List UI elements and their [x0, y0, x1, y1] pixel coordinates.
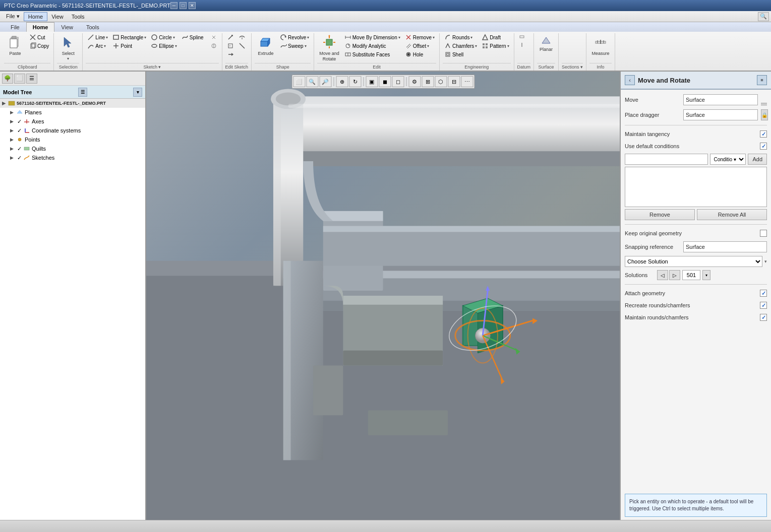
panel-settings-button[interactable]: ≡	[757, 75, 767, 85]
offset-button[interactable]: Offset ▾	[403, 42, 436, 50]
solutions-prev-btn[interactable]: ◁	[657, 270, 668, 280]
point-button[interactable]: Point	[111, 42, 148, 50]
perspective-btn[interactable]: ⬡	[435, 76, 447, 87]
solutions-dropdown-btn[interactable]: ▾	[702, 270, 710, 280]
chamfers-button[interactable]: Chamfers ▾	[443, 42, 479, 50]
solutions-next-btn[interactable]: ▷	[669, 270, 680, 280]
ribbon-tab-file[interactable]: File	[4, 22, 26, 32]
more-views-btn[interactable]: ⋯	[461, 76, 473, 87]
choose-solution-select[interactable]: Choose Solution	[625, 256, 762, 267]
close-button[interactable]: ✕	[189, 2, 196, 9]
pattern-button[interactable]: Pattern ▾	[480, 42, 510, 50]
snapping-ref-input[interactable]	[683, 241, 767, 252]
menu-home[interactable]: Home	[24, 12, 47, 21]
move-by-dim-button[interactable]: Move By Dimension ▾	[343, 33, 402, 41]
pan-btn[interactable]: ⊕	[336, 76, 348, 87]
condition-input[interactable]	[625, 154, 708, 165]
attach-geometry-checkbox[interactable]	[760, 290, 767, 297]
tree-item-axes[interactable]: ▶ ✓ Axes	[0, 117, 145, 126]
rotate-btn[interactable]: ↻	[349, 76, 361, 87]
tree-view-btn[interactable]: ☰	[26, 74, 37, 84]
condition-dropdown[interactable]: Conditio ▾	[710, 154, 746, 165]
substitute-faces-button[interactable]: Substitute Faces	[343, 50, 402, 58]
spline-button[interactable]: Spline	[180, 33, 205, 41]
lock-button[interactable]: 🔒	[761, 109, 768, 120]
hole-button[interactable]: Hole	[403, 50, 436, 58]
tree-item-root[interactable]: ▶ 5671162-SEITENTEIL-FESTL-_DEMO.PRT	[0, 99, 145, 108]
paste-button[interactable]: Paste	[4, 33, 26, 57]
ribbon-tab-home[interactable]: Home	[26, 22, 55, 32]
modify-analytic-button[interactable]: Modify Analytic	[343, 42, 402, 50]
ribbon-tab-view[interactable]: View	[54, 22, 80, 32]
maximize-button[interactable]: □	[180, 2, 187, 9]
edit-buttons: Move andRotate Move By Dimension ▾ Modif…	[317, 33, 436, 63]
tree-item-coord[interactable]: ▶ ✓ Coordinate systems	[0, 126, 145, 135]
tree-toggle-btn[interactable]: 🌳	[2, 74, 13, 84]
svg-rect-104	[288, 104, 620, 108]
remove-button[interactable]: Remove ▾	[403, 33, 436, 41]
select-button[interactable]: Select ▾	[57, 33, 79, 62]
datum-btn1[interactable]	[517, 33, 526, 40]
recreate-rounds-checkbox[interactable]	[760, 302, 767, 309]
edit-sketch-btn5[interactable]	[237, 42, 247, 50]
shaded-btn[interactable]: ◼	[379, 76, 391, 87]
search-button[interactable]: 🔍	[758, 12, 769, 21]
edit-sketch-btn3[interactable]	[225, 50, 235, 58]
menu-view[interactable]: View	[47, 13, 68, 21]
rectangle-button[interactable]: Rectangle ▾	[111, 33, 148, 41]
line-button[interactable]: Line ▾	[86, 33, 109, 41]
circle-button[interactable]: Circle ▾	[149, 33, 178, 41]
use-default-checkbox[interactable]	[760, 143, 767, 150]
ribbon-tab-tools[interactable]: Tools	[80, 22, 106, 32]
rounds-button[interactable]: Rounds ▾	[443, 33, 479, 41]
tree-item-quilts[interactable]: ▶ ✓ Quilts	[0, 144, 145, 153]
place-dragger-input[interactable]	[683, 109, 758, 120]
add-condition-button[interactable]: Add	[748, 154, 767, 165]
annotation-btn[interactable]: ⊞	[422, 76, 434, 87]
extrude-button[interactable]: Extrude	[255, 33, 277, 57]
menu-tools[interactable]: Tools	[68, 13, 89, 21]
tree-item-sketches[interactable]: ▶ ✓ Sketches	[0, 153, 145, 162]
svg-rect-43	[446, 52, 450, 56]
section-view-btn[interactable]: ⊟	[448, 76, 460, 87]
viewport[interactable]: ⬜ 🔍 🔎 ⊕ ↻ ▣ ◼ ◻ ⚙ ⊞ ⬡ ⊟ ⋯	[146, 72, 620, 520]
tree-item-planes[interactable]: ▶ Planes	[0, 108, 145, 117]
datum-btn2[interactable]	[517, 41, 526, 48]
view-3d-btn[interactable]: ▣	[366, 76, 378, 87]
ellipse-button[interactable]: Ellipse ▾	[149, 42, 178, 50]
transform-button-2[interactable]	[209, 42, 219, 50]
measure-button[interactable]: Measure	[589, 33, 612, 57]
zoom-out-btn[interactable]: 🔎	[319, 76, 331, 87]
tree-header-menu-btn[interactable]: ☰	[78, 88, 87, 97]
move-input[interactable]	[683, 94, 758, 105]
tree-item-points[interactable]: ▶ Points	[0, 135, 145, 144]
datum-vis-btn[interactable]: ⚙	[408, 76, 421, 87]
sweep-button[interactable]: Sweep ▾	[278, 42, 311, 50]
tree-header-expand-btn[interactable]: ▾	[133, 88, 142, 97]
planar-button[interactable]: Planar	[537, 33, 555, 53]
tree-settings-btn[interactable]: ⬜	[14, 74, 25, 84]
wireframe-btn[interactable]: ◻	[392, 76, 404, 87]
zoom-fit-btn[interactable]: ⬜	[293, 76, 305, 87]
edit-sketch-btn4[interactable]	[237, 33, 247, 41]
edit-sketch-btn2[interactable]	[225, 42, 235, 50]
cut-button[interactable]: Cut	[28, 33, 50, 41]
panel-back-button[interactable]: ‹	[625, 75, 635, 85]
minimize-button[interactable]: ─	[170, 2, 177, 9]
maintain-tangency-checkbox[interactable]	[760, 130, 767, 138]
revolve-button[interactable]: Revolve ▾	[278, 33, 311, 41]
keep-original-checkbox[interactable]	[760, 230, 767, 237]
edit-sketch-btn1[interactable]	[225, 33, 235, 41]
draft-button[interactable]: Draft	[480, 33, 510, 41]
zoom-in-btn[interactable]: 🔍	[306, 76, 318, 87]
remove-button[interactable]: Remove	[625, 209, 695, 220]
copy-button[interactable]: Copy	[28, 42, 50, 50]
arc-button[interactable]: Arc ▾	[86, 42, 109, 50]
move-rotate-button[interactable]: Move andRotate	[317, 33, 341, 63]
remove-all-button[interactable]: Remove All	[697, 209, 767, 220]
maintain-rounds-checkbox[interactable]	[760, 314, 767, 321]
menu-file[interactable]: File ▾	[2, 12, 24, 21]
transform-button-1[interactable]	[209, 33, 219, 41]
svg-rect-50	[520, 36, 524, 38]
shell-button[interactable]: Shell	[443, 50, 479, 58]
